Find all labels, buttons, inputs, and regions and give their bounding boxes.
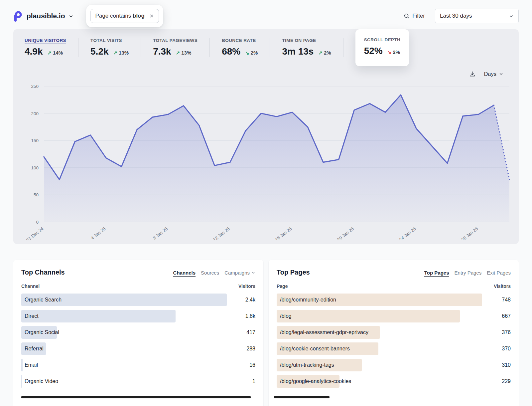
trend-arrow-icon: ↗ bbox=[318, 50, 323, 56]
chart-area: 05010015020025031 Dec 244 Jan 258 Jan 25… bbox=[13, 79, 519, 240]
channel-row[interactable]: Organic Social 417 bbox=[21, 326, 255, 339]
svg-text:31 Dec 24: 31 Dec 24 bbox=[25, 226, 45, 240]
row-bar bbox=[277, 310, 460, 322]
svg-text:16 Jan 25: 16 Jan 25 bbox=[274, 226, 293, 240]
chevron-down-icon bbox=[251, 271, 255, 275]
page-path: /blog/community-edition bbox=[277, 294, 336, 306]
metric-label: SCROLL DEPTH bbox=[364, 37, 401, 42]
column-channel: Channel bbox=[21, 284, 40, 289]
visitors-count: 310 bbox=[487, 362, 511, 368]
visitors-line-chart[interactable]: 05010015020025031 Dec 244 Jan 258 Jan 25… bbox=[18, 81, 514, 240]
metric-label: TOTAL PAGEVIEWS bbox=[153, 38, 198, 43]
page-path: /blog bbox=[277, 310, 292, 322]
top-channels-card: Top Channels Channels Sources Campaigns … bbox=[13, 260, 263, 406]
channel-name: Email bbox=[21, 359, 38, 371]
page-path: /blog/legal-assessment-gdpr-eprivacy bbox=[277, 326, 368, 339]
column-visitors: Visitors bbox=[494, 284, 511, 289]
visitors-count: 16 bbox=[231, 362, 255, 368]
svg-text:20 Jan 25: 20 Jan 25 bbox=[336, 226, 355, 240]
tab-sources[interactable]: Sources bbox=[201, 270, 219, 276]
svg-text:28 Jan 25: 28 Jan 25 bbox=[461, 226, 479, 240]
column-page: Page bbox=[277, 284, 288, 289]
metric-time-on-page[interactable]: TIME ON PAGE 3m 13s ↗2% bbox=[282, 38, 343, 57]
visitors-count: 288 bbox=[231, 346, 255, 352]
page-row[interactable]: /blog 667 bbox=[277, 310, 511, 322]
page-row[interactable]: /blog/utm-tracking-tags 310 bbox=[277, 359, 511, 371]
remove-filter-button[interactable] bbox=[149, 14, 154, 18]
visitors-count: 667 bbox=[487, 313, 511, 319]
metric-total-pageviews[interactable]: TOTAL PAGEVIEWS 7.3k ↗13% bbox=[153, 38, 210, 57]
metric-bounce-rate[interactable]: BOUNCE RATE 68% ↘2% bbox=[222, 38, 270, 57]
filter-button-label: Filter bbox=[412, 13, 425, 19]
metric-change: ↘2% bbox=[387, 49, 400, 55]
metric-label: UNIQUE VISITORS bbox=[25, 38, 66, 43]
channel-name: Organic Video bbox=[21, 375, 58, 388]
filter-pill[interactable]: Page contains blog bbox=[90, 9, 159, 23]
page-path: /blog/utm-tracking-tags bbox=[277, 359, 334, 371]
page-row[interactable]: /blog/google-analytics-cookies 229 bbox=[277, 375, 511, 388]
visitors-count: 1.8k bbox=[231, 313, 255, 319]
channel-row[interactable]: Referral 288 bbox=[21, 342, 255, 355]
svg-text:8 Jan 25: 8 Jan 25 bbox=[152, 226, 169, 240]
metric-value: 4.9k bbox=[25, 46, 43, 57]
page-row[interactable]: /blog/community-edition 748 bbox=[277, 294, 511, 306]
close-icon bbox=[149, 14, 154, 18]
card-title: Top Pages bbox=[277, 269, 310, 276]
date-range-select[interactable]: Last 30 days bbox=[435, 9, 519, 23]
chevron-down-icon bbox=[499, 72, 503, 76]
metric-label: TOTAL VISITS bbox=[90, 38, 129, 43]
channel-name: Direct bbox=[21, 310, 39, 322]
card-title: Top Channels bbox=[21, 269, 65, 276]
metric-unique-visitors[interactable]: UNIQUE VISITORS 4.9k ↗14% bbox=[25, 38, 78, 57]
tab-top-pages[interactable]: Top Pages bbox=[424, 270, 449, 276]
row-bar bbox=[21, 310, 176, 322]
trend-arrow-icon: ↘ bbox=[245, 50, 249, 56]
visitors-count: 370 bbox=[487, 346, 511, 352]
plausible-logo-icon bbox=[13, 10, 23, 22]
site-switcher[interactable]: plausible.io bbox=[13, 10, 73, 22]
top-pages-card: Top Pages Top Pages Entry Pages Exit Pag… bbox=[269, 260, 519, 406]
channel-row[interactable]: Organic Search 2.4k bbox=[21, 294, 255, 306]
dashboard-panel: UNIQUE VISITORS 4.9k ↗14% TOTAL VISITS 5… bbox=[13, 29, 519, 244]
date-range-value: Last 30 days bbox=[440, 13, 472, 19]
breakdown-section: Top Channels Channels Sources Campaigns … bbox=[13, 260, 519, 406]
channel-row[interactable]: Direct 1.8k bbox=[21, 310, 255, 322]
export-button[interactable] bbox=[469, 71, 476, 78]
page-row[interactable]: /blog/legal-assessment-gdpr-eprivacy 376 bbox=[277, 326, 511, 339]
svg-text:12 Jan 25: 12 Jan 25 bbox=[212, 226, 231, 240]
metric-scroll-depth[interactable]: SCROLL DEPTH 52% ↘2% bbox=[355, 29, 409, 66]
tab-entry-pages[interactable]: Entry Pages bbox=[455, 270, 482, 276]
filter-pill-value: blog bbox=[133, 13, 145, 19]
tab-campaigns[interactable]: Campaigns bbox=[224, 270, 255, 276]
trend-arrow-icon: ↘ bbox=[387, 49, 392, 55]
filter-button[interactable]: Filter bbox=[404, 13, 425, 19]
metric-value: 5.2k bbox=[90, 46, 109, 57]
metric-total-visits[interactable]: TOTAL VISITS 5.2k ↗13% bbox=[90, 38, 141, 57]
chart-controls: Days bbox=[13, 69, 519, 79]
page-row[interactable]: /blog/cookie-consent-banners 370 bbox=[277, 342, 511, 355]
svg-text:100: 100 bbox=[31, 165, 39, 170]
svg-text:50: 50 bbox=[34, 192, 39, 197]
tab-channels[interactable]: Channels bbox=[173, 270, 196, 276]
table-header: Page Visitors bbox=[277, 284, 511, 289]
table-header: Channel Visitors bbox=[21, 284, 255, 289]
metric-label: TIME ON PAGE bbox=[282, 38, 331, 43]
channel-row[interactable]: Organic Video 1 bbox=[21, 375, 255, 388]
tab-exit-pages[interactable]: Exit Pages bbox=[487, 270, 511, 276]
clipped-overlay-element bbox=[21, 396, 251, 398]
channels-tabs: Channels Sources Campaigns bbox=[173, 270, 255, 276]
trend-arrow-icon: ↗ bbox=[176, 50, 180, 56]
metrics-bar: UNIQUE VISITORS 4.9k ↗14% TOTAL VISITS 5… bbox=[13, 38, 519, 66]
svg-text:250: 250 bbox=[31, 84, 39, 89]
column-visitors: Visitors bbox=[238, 284, 255, 289]
interval-select[interactable]: Days bbox=[484, 71, 503, 77]
metric-value: 68% bbox=[222, 46, 240, 57]
metric-label: BOUNCE RATE bbox=[222, 38, 258, 43]
header-actions: Filter Last 30 days bbox=[404, 9, 519, 23]
channel-row[interactable]: Email 16 bbox=[21, 359, 255, 371]
metric-value: 52% bbox=[364, 46, 383, 56]
svg-text:24 Jan 25: 24 Jan 25 bbox=[398, 226, 417, 240]
visitors-count: 376 bbox=[487, 329, 511, 335]
metric-change: ↘2% bbox=[245, 50, 258, 56]
trend-arrow-icon: ↗ bbox=[113, 50, 118, 56]
